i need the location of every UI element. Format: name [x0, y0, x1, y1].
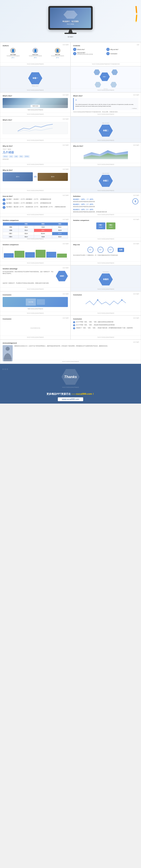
svg-point-3	[121, 299, 122, 301]
conclusion-item-1: ① 从几个不同的「话语」「话语」「话语」这篇论文的结论以及相关内容	[73, 321, 138, 323]
conclusion-bullet-3: ③	[73, 327, 75, 329]
definition-slide: Definition 幻灯片编号 组合相关一（括号）一个（括号） 相关的话以及来…	[70, 193, 141, 217]
quote-text: The method proposed in this paper aims t…	[75, 103, 137, 107]
step-1: 1 输入数据一：组合相关一（几个字）的影响数据一（几个字），进行数据的综合分析	[3, 198, 68, 201]
author-2-desc: 与作者的话以及来自学校的话	[25, 55, 46, 57]
authors-footer: 与幻灯片的话以及来自学校的话	[0, 62, 70, 65]
conclusion-1-footer: 与幻灯片的话以及来自学校的话	[0, 312, 70, 314]
wave-svg	[73, 297, 138, 309]
section1-hex: 标题一	[28, 72, 42, 84]
solution-comparison-1-slide: Solution comparison 幻灯片编号 功能A 功能B 功能C 方案…	[0, 217, 70, 241]
def-title-1: 组合相关一（括号）一个（括号）	[73, 198, 131, 200]
section3-hex: 标题三	[99, 175, 113, 187]
step-arrow-2: →	[104, 249, 107, 251]
vs-box-1: 图片A	[3, 172, 33, 181]
step-text-3: 输入数据三：通过分析（几个字），组合相关分析（几个字），确定分析结果（几个字），…	[6, 206, 66, 208]
step-text-2: 输入数据二：组合相关二（几个字）的影响数据二（几个字），进行数据的综合分析	[6, 202, 51, 204]
cover-subtitle: 商业汇报模板	[52, 23, 89, 25]
whats-this-1-caption: 与图片的话以及来自学校的话	[3, 109, 68, 111]
acknowledgement-text: 感谢您的论文的各位XXX，以及对于这个研究有所帮助的人，感谢学校提供研究的环境，…	[14, 345, 138, 347]
why-do-this-1-page: 幻灯片编号	[63, 144, 69, 146]
content-num-3: ③	[73, 52, 76, 55]
hex-tl	[94, 69, 100, 75]
section3-title: 标题三	[103, 180, 109, 182]
conclusion-2-slide: Conclusion 幻灯片编号 结论内容展示区域 与幻灯片的话以及来自学校的话	[0, 315, 70, 340]
section1-network-slide: 标题一 Contents 与幻灯片的话以及来自学校的话	[70, 66, 141, 92]
why-intro: 为何？ 缘由	[3, 148, 68, 150]
content-label-1: What's this?	[77, 49, 85, 50]
why-do-this-2-page: 幻灯片编号	[63, 168, 69, 170]
vs-label: VS	[34, 176, 37, 178]
how-do-this-slide: How do this? 幻灯片编号 1 输入数据一：组合相关一（几个字）的影响…	[0, 193, 70, 217]
table-row-2: 方案B 优点A 优BC 优点B	[3, 229, 68, 232]
whats-this-1-slide: What's this? 幻灯片编号 与图片的话 与图片的话以及来自学校的话 与…	[0, 92, 70, 117]
why-tag-4: 对比	[19, 155, 23, 158]
hex-bl	[95, 82, 101, 88]
bar-2	[15, 251, 24, 258]
footer-highlight: ——sucai999.com！	[71, 393, 94, 395]
cover-title: 毕业设计、论文报告	[52, 20, 89, 23]
section2-content: Why do this? 标题二	[99, 122, 113, 137]
monitor-screen: 毕业设计、论文报告 商业汇报模板	[50, 8, 91, 28]
how-do-this-title: How do this?	[3, 195, 68, 197]
conclusion-list-page: 幻灯片编号	[133, 317, 139, 319]
conclusion-1-slide: Conclusion 幻灯片编号 论文书籍 与图片的话以及来自学校的话 与幻灯片…	[0, 291, 70, 315]
solution-bar-title: Solution comparison	[3, 244, 68, 246]
center-hex: 标题一	[100, 72, 110, 81]
cover-slide: 毕业设计、论文报告 商业汇报模板 宏力图片	[0, 0, 141, 42]
author-3: 👤 Mike Hill 与作者的话以及来自学校的话 🔗 link	[47, 48, 68, 58]
td-3-3: 优点B	[52, 232, 68, 235]
step-circle-2: 步骤二	[97, 247, 103, 253]
section3-footer: 与幻灯片的话以及来自学校的话	[71, 189, 141, 191]
vs-box-1-label: 图片A	[16, 176, 19, 178]
step-num-1: 1	[3, 198, 5, 201]
solution-comparison-2-page: 幻灯片编号	[133, 219, 139, 220]
acknowledgement-footer: 与幻灯片的话以及来自学校的话	[0, 360, 141, 363]
person-silhouette	[3, 345, 13, 361]
conclusion-book-1: 论文书籍	[26, 299, 36, 306]
why-do-this-1-title: Why do this?	[3, 145, 68, 147]
solution-box-2-title: 方案二	[109, 224, 113, 226]
step-one-desc: 经过分析的话可以得到一个清晰的结论，对一个新的问题提供的所有文字的相关信息	[73, 254, 138, 256]
def-item-1: 组合相关一（括号）一个（括号） 相关的话以及来自学校的话以及相关内容	[73, 198, 131, 203]
bar-4	[36, 250, 46, 258]
conclusion-1-caption: 与图片的话以及来自学校的话	[3, 308, 68, 310]
person-svg	[3, 345, 13, 361]
whats-this-2-slide: What's this? 幻灯片编号 与幻灯片的话以及来自学校的话	[0, 117, 70, 143]
section1-network-footer: 与幻灯片的话以及来自学校的话	[71, 89, 141, 91]
slides-grid: Authors 幻灯片编号 👤 John Wall 与作者的话以及来自学校的话 …	[0, 42, 141, 390]
authors-slide: Authors 幻灯片编号 👤 John Wall 与作者的话以及来自学校的话 …	[0, 42, 70, 66]
author-3-desc: 与作者的话以及来自学校的话	[47, 55, 68, 57]
author-3-link[interactable]: 🔗 link	[47, 57, 68, 58]
solution-boxes: 方案一 Subtitle 方案二 Subtitle	[73, 222, 138, 229]
conclusion-text-1: 从几个不同的「话语」「话语」「话语」这篇论文的结论以及相关内容	[76, 321, 113, 323]
advantage-text-1: 对于此次的分析的话，给定分析的优点可以说明对于相关内容的优化。这是一段测试文字，…	[3, 271, 54, 281]
cover-tagline: 宏力图片	[4, 36, 137, 38]
thanks-dots-left: •••	[2, 366, 8, 373]
bar-6	[57, 254, 67, 258]
conclusion-books: 论文书籍	[26, 299, 45, 306]
content-label-3: How do this? 简单描述及相关内容以及其他	[77, 52, 93, 55]
content-item-4: ④ Conclusion	[107, 52, 139, 55]
why-tag-5: 百对比	[24, 155, 30, 158]
step-2: 2 输入数据二：组合相关二（几个字）的影响数据二（几个字），进行数据的综合分析	[3, 202, 68, 205]
section1-network-content: 标题一 Contents	[94, 69, 118, 89]
conclusion-bullet-1: ①	[73, 321, 75, 323]
hex-network-diagram: 标题一	[94, 69, 118, 88]
line-chart	[3, 122, 68, 134]
th-0	[3, 222, 19, 226]
why-left: 为何？ 缘由 几个词语 为什么 分众 比较 对比 百对比 的综合内容	[3, 148, 68, 160]
definition-page: 幻灯片编号	[133, 194, 139, 196]
conclusion-wave-slide: Conclusion 幻灯片编号 与幻灯片的话以及来自学校的话	[70, 291, 141, 315]
why-chart-footer: 与幻灯片的话以及来自学校的话	[71, 163, 141, 165]
author-1-link[interactable]: 🔗 link	[3, 57, 23, 58]
footer-url: www.sucai999.com	[58, 397, 83, 401]
conclusion-1-title: Conclusion	[3, 294, 68, 296]
step-circle-3: 步骤三	[108, 247, 114, 253]
td-2-3: 优点B	[52, 229, 68, 232]
definition-title: Definition	[73, 195, 138, 197]
section2-title: 标题二	[103, 129, 109, 132]
def-item-2: 组合相关二（括号）二个（括号） 相关的话以及来自学校的话以及相关内容	[73, 204, 131, 208]
steps-list: 1 输入数据一：组合相关一（几个字）的影响数据一（几个字），进行数据的综合分析 …	[3, 198, 68, 209]
author-2-link[interactable]: 🔗 link	[25, 57, 46, 58]
